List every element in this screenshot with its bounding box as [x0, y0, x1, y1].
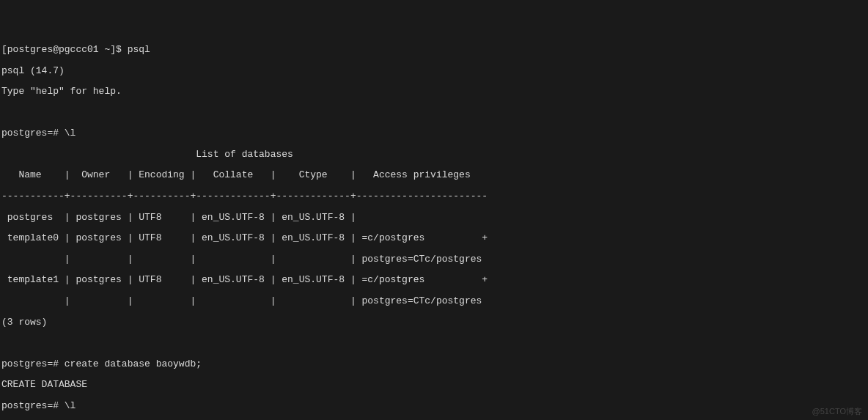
create-db-result-line: CREATE DATABASE	[1, 380, 867, 390]
table-row: | | | | | postgres=CTc/postgres	[1, 254, 867, 265]
table-row: | | | | | postgres=CTc/postgres	[1, 296, 867, 306]
watermark-text: @51CTO博客	[812, 407, 862, 416]
list-db-command-line: postgres=# \l	[1, 128, 867, 139]
list-db-command-line: postgres=# \l	[1, 401, 867, 411]
blank-line	[1, 108, 867, 118]
table-title-line: List of databases	[1, 150, 867, 160]
psql-version-line: psql (14.7)	[1, 66, 867, 76]
blank-line	[1, 338, 867, 348]
table-row: template0 | postgres | UTF8 | en_US.UTF-…	[1, 233, 867, 243]
table-header-line: Name | Owner | Encoding | Collate | Ctyp…	[1, 170, 867, 180]
help-hint-line: Type "help" for help.	[1, 86, 867, 97]
table-row: postgres | postgres | UTF8 | en_US.UTF-8…	[1, 213, 867, 223]
shell-prompt-line: [postgres@pgccc01 ~]$ psql	[1, 45, 867, 55]
row-count-line: (3 rows)	[1, 317, 867, 328]
table-row: template1 | postgres | UTF8 | en_US.UTF-…	[1, 275, 867, 285]
table-separator-line: -----------+----------+----------+------…	[1, 191, 867, 202]
create-db-command-line: postgres=# create database baoywdb;	[1, 359, 867, 369]
